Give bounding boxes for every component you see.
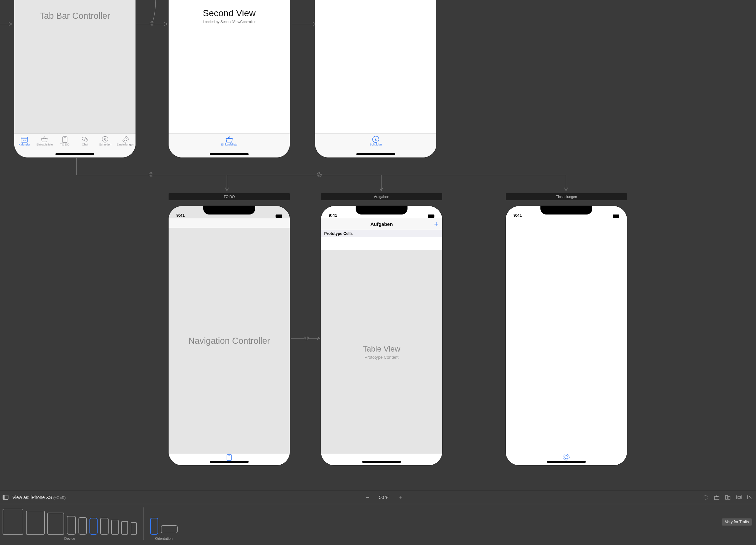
pin-constraints-icon[interactable] <box>736 494 742 500</box>
tab-bar-mini <box>321 454 442 465</box>
tab-todo[interactable]: TO DO <box>55 136 75 146</box>
zoom-out-button[interactable]: − <box>365 494 371 500</box>
euro-icon: € <box>101 136 109 143</box>
home-indicator <box>547 461 586 463</box>
add-button[interactable]: + <box>434 220 438 229</box>
chat-icon <box>81 136 89 143</box>
svg-text:€: € <box>104 137 106 141</box>
svg-rect-17 <box>227 455 231 460</box>
device-iphone-8[interactable] <box>111 520 119 535</box>
device-iphone-plus[interactable] <box>100 518 109 535</box>
basket-icon <box>40 136 49 143</box>
home-indicator <box>55 153 94 155</box>
svg-point-13 <box>124 138 127 141</box>
device-ipad-small[interactable] <box>47 513 64 535</box>
orientation-group-label: Orientation <box>155 537 173 540</box>
embed-in-icon[interactable] <box>714 494 720 500</box>
basket-icon <box>225 136 233 143</box>
refresh-icon[interactable] <box>703 494 709 500</box>
home-indicator <box>356 153 395 155</box>
gear-icon <box>121 136 130 143</box>
scene-title-todo[interactable]: TO DO <box>169 193 290 200</box>
segue-indicator[interactable] <box>304 336 309 340</box>
view-as-label[interactable]: View as: iPhone XS (wC hR) <box>12 495 65 500</box>
tab-bar-mini <box>506 454 627 465</box>
euro-icon: € <box>372 136 380 143</box>
second-view-title: Second View <box>203 8 256 18</box>
divider <box>143 507 144 540</box>
table-view-sublabel: Prototype Content <box>365 355 399 360</box>
scene-second-view[interactable]: Second View Loaded by SecondViewControll… <box>169 0 290 158</box>
status-time: 9:41 <box>329 213 337 218</box>
orientation-landscape[interactable] <box>161 525 178 533</box>
device-iphone-xr[interactable] <box>78 517 87 535</box>
device-iphone-xs[interactable] <box>89 518 98 535</box>
home-indicator <box>362 461 401 463</box>
phone-notch <box>540 206 592 215</box>
table-view-body[interactable]: Table View Prototype Content <box>321 250 442 454</box>
home-indicator <box>210 461 249 463</box>
svg-point-14 <box>123 136 128 142</box>
nav-bar: Aufgaben + <box>321 219 442 230</box>
tab-einstellungen[interactable]: Einstellungen <box>115 136 136 146</box>
calendar-icon: 18 <box>20 136 29 143</box>
scene-title-aufgaben[interactable]: Aufgaben <box>321 193 442 200</box>
segue-indicator[interactable] <box>150 21 154 26</box>
svg-point-20 <box>563 454 569 460</box>
resolve-issues-icon[interactable] <box>747 494 753 500</box>
svg-rect-26 <box>738 496 740 498</box>
svg-point-19 <box>565 456 568 459</box>
svg-text:18: 18 <box>23 139 26 142</box>
device-iphone-4s[interactable] <box>131 522 137 535</box>
device-group-label: Device <box>64 537 75 540</box>
ib-device-toolbar: View as: iPhone XS (wC hR) − 50 % + <box>0 490 756 545</box>
vary-for-traits-button[interactable]: Vary for Traits <box>722 518 752 526</box>
status-time: 9:41 <box>514 213 522 218</box>
svg-rect-23 <box>728 496 730 499</box>
svg-point-10 <box>85 139 88 141</box>
device-ipad-medium[interactable] <box>26 511 45 535</box>
device-iphone-se[interactable] <box>121 521 128 535</box>
tab-einkaufsliste[interactable]: Einkaufsliste <box>34 136 54 146</box>
align-icon[interactable] <box>725 494 731 500</box>
battery-icon <box>428 215 434 218</box>
device-ipad-large[interactable] <box>3 509 23 535</box>
clipboard-icon <box>61 136 69 143</box>
orientation-portrait[interactable] <box>150 518 158 535</box>
battery-icon <box>613 215 619 218</box>
nav-title: Aufgaben <box>370 221 393 227</box>
zoom-value[interactable]: 50 % <box>376 495 392 500</box>
svg-rect-7 <box>63 137 67 143</box>
scene-aufgaben[interactable]: 9:41 Aufgaben + Prototype Cells Table Vi… <box>321 206 442 465</box>
scene-einstellungen[interactable]: 9:41 <box>506 206 627 465</box>
device-iphone-max[interactable] <box>67 516 76 535</box>
svg-rect-22 <box>726 495 727 499</box>
scene-nav-controller[interactable]: 9:41 Navigation Controller <box>169 206 290 465</box>
status-time: 9:41 <box>176 213 185 218</box>
tab-schulden[interactable]: € Schulden <box>366 136 385 146</box>
tab-bar-mini <box>169 454 290 465</box>
scene-schulden[interactable]: € Schulden <box>315 0 436 158</box>
second-view-subtitle: Loaded by SecondViewController <box>203 20 255 24</box>
tab-einkaufsliste[interactable]: Einkaufsliste <box>218 136 241 146</box>
scene-title-einstellungen[interactable]: Einstellungen <box>506 193 627 200</box>
orientation-picker: Orientation <box>150 507 178 540</box>
tab-chat[interactable]: Chat <box>75 136 95 146</box>
panel-toggle-button[interactable] <box>3 495 8 500</box>
tab-schulden[interactable]: € Schulden <box>95 136 115 146</box>
device-picker: Device <box>3 507 137 540</box>
table-view-label: Table View <box>363 344 400 353</box>
phone-notch <box>356 206 408 215</box>
storyboard-canvas[interactable]: Tab Bar Controller 18 Kalender Einkaufsl… <box>0 0 756 480</box>
controller-title: Tab Bar Controller <box>40 11 110 21</box>
prototype-cell[interactable] <box>321 237 442 250</box>
nav-controller-title: Navigation Controller <box>188 336 270 346</box>
battery-icon <box>276 215 282 218</box>
svg-text:€: € <box>375 137 377 142</box>
zoom-in-button[interactable]: + <box>398 494 404 500</box>
tab-kalender[interactable]: 18 Kalender <box>14 136 34 146</box>
segue-indicator[interactable] <box>317 172 322 177</box>
segue-indicator[interactable] <box>149 172 153 177</box>
nav-bar-blank <box>169 219 290 228</box>
scene-tabbar-controller[interactable]: Tab Bar Controller 18 Kalender Einkaufsl… <box>14 0 136 158</box>
